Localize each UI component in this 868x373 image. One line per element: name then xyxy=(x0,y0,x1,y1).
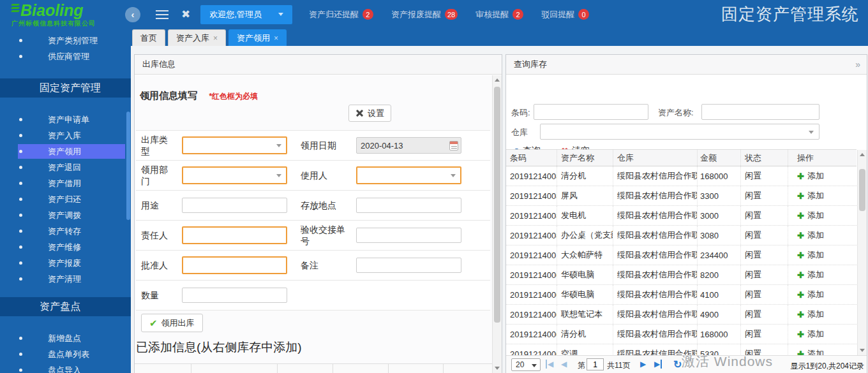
add-action[interactable]: ✚ 添加 xyxy=(788,245,857,265)
tab-close-icon[interactable]: × xyxy=(213,34,218,43)
first-page-icon[interactable]: ◀ xyxy=(546,360,553,369)
scrollbar-thumb[interactable] xyxy=(494,87,500,323)
notification-item[interactable]: 资产归还提醒 2 xyxy=(309,9,373,20)
sidebar-item[interactable]: 资产申请单 xyxy=(0,112,131,128)
sidebar-item[interactable]: 资产调拨 xyxy=(0,207,131,223)
next-page-icon[interactable]: ▶ xyxy=(640,360,646,369)
outbound-scrollbar[interactable] xyxy=(492,75,502,373)
form-row: 领用部门 使用人 xyxy=(136,161,490,191)
added-info-title: 已添加信息(从右侧库存中添加) xyxy=(136,339,302,356)
sidebar-item[interactable]: 资产转存 xyxy=(0,223,131,239)
add-action[interactable]: ✚ 添加 xyxy=(788,186,857,205)
sidebar-item[interactable]: 资产报废 xyxy=(0,255,131,271)
sidebar-item[interactable]: 资产类别管理 xyxy=(0,33,131,48)
sidebar-item[interactable]: 盘点单列表 xyxy=(0,346,131,362)
add-action[interactable]: ✚ 添加 xyxy=(788,285,857,304)
add-action[interactable]: ✚ 添加 xyxy=(788,325,857,344)
barcode-input[interactable] xyxy=(534,104,648,120)
sidebar-item[interactable]: 资产入库 xyxy=(0,128,131,143)
notification-item[interactable]: 资产报废提醒 28 xyxy=(391,9,458,20)
text-input[interactable] xyxy=(356,258,461,273)
column-header: 操作 xyxy=(788,150,857,166)
text-input[interactable] xyxy=(182,256,287,274)
warehouse-dropdown[interactable] xyxy=(540,124,819,140)
add-action[interactable]: ✚ 添加 xyxy=(788,344,857,355)
add-action[interactable]: ✚ 添加 xyxy=(788,226,857,245)
amount-cell: 168000 xyxy=(698,325,741,344)
inventory-scrollbar[interactable] xyxy=(857,150,867,355)
notification-badge: 2 xyxy=(513,9,523,20)
add-action[interactable]: ✚ 添加 xyxy=(788,206,857,225)
sidebar-item[interactable]: 资产归还 xyxy=(0,191,131,207)
scroll-up-icon[interactable] xyxy=(860,153,865,156)
dropdown[interactable] xyxy=(182,166,287,184)
checkout-button[interactable]: ✔ 领用出库 xyxy=(141,314,203,332)
notification-label: 审核提醒 xyxy=(475,9,509,20)
add-action[interactable]: ✚ 添加 xyxy=(788,265,857,284)
sidebar-item[interactable]: 固定资产管理 xyxy=(0,78,131,98)
asset-name-input[interactable] xyxy=(701,104,819,120)
page-number-input[interactable] xyxy=(587,358,604,370)
scroll-up-icon[interactable] xyxy=(495,78,500,82)
panel-collapse-icon[interactable]: » xyxy=(855,55,860,74)
refresh-icon[interactable]: ↻ xyxy=(673,358,682,370)
sidebar-item[interactable]: 资产盘点 xyxy=(0,297,131,316)
page-size-select[interactable]: 20 xyxy=(511,358,541,371)
outbound-panel-body: 领用信息填写 *红色框为必填 设置 出库类型 领用日期 xyxy=(135,75,492,373)
field-label: 领用部门 xyxy=(136,164,176,187)
add-action[interactable]: ✚ 添加 xyxy=(788,166,857,186)
menu-icon[interactable] xyxy=(156,8,168,22)
calendar-icon[interactable] xyxy=(449,141,458,150)
tab[interactable]: 首页 xyxy=(132,29,165,46)
tab-close-icon[interactable]: × xyxy=(274,34,278,43)
settings-button[interactable]: 设置 xyxy=(348,105,391,122)
dropdown[interactable] xyxy=(356,166,461,184)
sidebar-item[interactable]: 盘点导入 xyxy=(0,362,131,373)
sidebar-item[interactable]: 资产领用 xyxy=(0,143,131,159)
dropdown[interactable] xyxy=(182,136,287,154)
sidebar-item[interactable]: 新增盘点 xyxy=(0,330,131,346)
asset-name-cell: 华硕电脑 xyxy=(557,265,613,284)
warehouse-label: 仓库 xyxy=(511,127,528,138)
sidebar-item[interactable]: 资产维修 xyxy=(0,239,131,255)
scroll-down-icon[interactable] xyxy=(495,367,500,370)
text-input[interactable] xyxy=(356,198,461,213)
sidebar-item[interactable]: 资产退回 xyxy=(0,159,131,175)
text-input[interactable] xyxy=(182,198,287,213)
scroll-down-icon[interactable] xyxy=(860,349,865,352)
scrollbar-thumb[interactable] xyxy=(859,169,865,211)
form-row: 数量 xyxy=(136,281,490,311)
text-input[interactable] xyxy=(182,226,287,244)
add-action[interactable]: ✚ 添加 xyxy=(788,305,857,324)
amount-cell: 3300 xyxy=(698,186,741,205)
sidebar-item[interactable]: 供应商管理 xyxy=(0,48,131,64)
sidebar-item-label: 资产借用 xyxy=(48,178,81,189)
sidebar-item[interactable]: 资产借用 xyxy=(0,175,131,191)
status-cell: 闲置 xyxy=(741,226,788,245)
date-input[interactable]: 2020-04-13 xyxy=(356,137,461,154)
logo: Biaoling 广州标领信息科技有限公司 xyxy=(0,3,125,27)
sidebar-collapse-button[interactable]: ‹ xyxy=(125,7,140,22)
notification-item[interactable]: 驳回提醒 0 xyxy=(541,9,589,20)
user-menu-button[interactable]: 欢迎您,管理员 xyxy=(200,5,292,24)
plus-icon: ✚ xyxy=(797,231,804,240)
prev-page-icon[interactable]: ◀ xyxy=(561,360,567,369)
form-title: 领用信息填写 xyxy=(140,90,197,101)
tab[interactable]: 资产入库 × xyxy=(168,29,226,46)
plus-icon: ✚ xyxy=(797,270,804,280)
sidebar-scrollbar-thumb[interactable] xyxy=(126,112,130,220)
tab[interactable]: 资产领用 × xyxy=(228,29,287,46)
warehouse-cell: 绥阳县农村信用合作联社刘 xyxy=(613,206,698,225)
notification-item[interactable]: 审核提醒 2 xyxy=(475,9,523,20)
bullet-icon xyxy=(19,182,22,185)
table-row: 201912140087 清分机 绥阳县农村信用合作联社刘 168000 闲置 … xyxy=(506,166,857,186)
plus-icon: ✚ xyxy=(797,310,804,319)
text-input[interactable] xyxy=(182,288,287,303)
tools-icon xyxy=(355,109,364,117)
amount-cell: 168000 xyxy=(698,166,741,186)
text-input[interactable] xyxy=(356,228,461,243)
close-all-tabs-icon[interactable]: ✖ xyxy=(181,8,190,21)
tab-label: 资产领用 xyxy=(237,33,270,44)
sidebar-item[interactable]: 资产清理 xyxy=(0,271,131,287)
last-page-icon[interactable]: ▶ xyxy=(654,360,662,369)
